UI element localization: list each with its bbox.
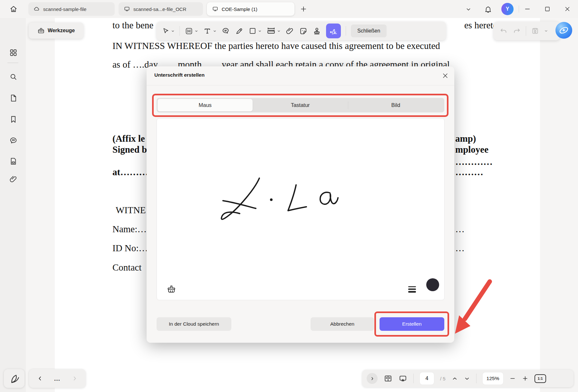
stamp-tool[interactable] [313, 27, 321, 35]
titlebar-dropdown-button[interactable] [465, 6, 472, 13]
sidebar-item-pages[interactable] [6, 91, 20, 105]
screen-file-icon [124, 6, 130, 12]
toolbox-icon [37, 27, 45, 34]
tools-button[interactable]: Werkzeuge [29, 23, 83, 39]
doc-text-fragment: Signed b [112, 144, 147, 155]
sidebar-item-thumbnails[interactable] [6, 154, 20, 168]
statusbar-divider [413, 374, 414, 383]
signature-mode-tabs: Maus Tastatur Bild [157, 98, 444, 112]
select-tool[interactable] [162, 27, 175, 35]
rectangle-icon [248, 27, 257, 35]
view-controls-pill: 4 / 5 125% 1:1 [362, 370, 573, 387]
swatches-icon [8, 373, 20, 384]
sidebar-divider [7, 62, 18, 63]
bell-icon [484, 5, 492, 14]
home-button[interactable] [7, 3, 20, 15]
save-icon[interactable] [531, 27, 539, 35]
tab-label: COE-Sample (1) [222, 6, 257, 12]
doc-text-fragment: amp) [455, 133, 476, 144]
sidebar-item-apps[interactable] [6, 45, 20, 60]
close-icon [564, 5, 571, 13]
doc-text-fragment: ……… [455, 167, 483, 177]
page-total-label: / 5 [440, 376, 446, 381]
tab-tastatur[interactable]: Tastatur [253, 99, 348, 111]
window-close-button[interactable] [564, 5, 571, 13]
doc-text-fragment: WITNE [116, 205, 146, 215]
zoom-out-icon[interactable] [509, 375, 516, 382]
close-toolbar-button[interactable]: Schließen [351, 24, 387, 37]
chevron-down-icon [465, 6, 472, 13]
chevron-down-icon [171, 29, 175, 33]
ai-orbit-icon [558, 24, 570, 36]
signature-icon [329, 26, 338, 36]
doc-text-fragment: Contact [112, 262, 141, 273]
comment-icon [9, 136, 18, 145]
zoom-in-icon[interactable] [522, 375, 528, 382]
signature-tool[interactable] [326, 24, 341, 38]
theme-swatches-button[interactable] [4, 369, 24, 388]
tab-coe-sample[interactable]: COE-Sample (1) [207, 2, 294, 16]
sidebar-item-search[interactable] [6, 70, 20, 84]
tab-bild[interactable]: Bild [348, 99, 443, 111]
actual-size-button[interactable]: 1:1 [535, 374, 546, 383]
new-tab-button[interactable] [300, 5, 307, 13]
bookmark-icon [9, 115, 18, 124]
create-button[interactable]: Erstellen [380, 317, 444, 331]
measure-tool[interactable] [266, 26, 281, 36]
comment-tool[interactable] [221, 27, 230, 35]
text-tool[interactable] [203, 27, 217, 35]
apps-grid-icon [9, 48, 18, 57]
chevron-right-icon[interactable] [72, 375, 78, 382]
signature-canvas[interactable] [157, 118, 445, 300]
cursor-icon [162, 27, 170, 35]
ruler-icon [266, 26, 276, 36]
chevron-down-icon [195, 29, 198, 33]
dialog-close-button[interactable] [441, 71, 450, 80]
maximize-icon [544, 5, 551, 13]
sidebar-item-bookmarks[interactable] [6, 112, 20, 126]
cloud-file-icon [34, 6, 40, 12]
window-minimize-button[interactable] [524, 5, 531, 13]
ai-assistant-button[interactable] [555, 22, 572, 39]
page-number-input[interactable]: 4 [420, 372, 434, 385]
cancel-button[interactable]: Abbrechen [311, 317, 374, 331]
sticker-smile-icon [299, 27, 308, 35]
sticker-tool[interactable] [299, 27, 308, 35]
home-icon [9, 5, 18, 13]
save-to-cloud-button[interactable]: In der Cloud speichern [157, 317, 231, 331]
sidebar-item-attachments[interactable] [6, 172, 20, 186]
notifications-button[interactable] [484, 5, 492, 14]
highlighter-tool[interactable] [235, 27, 244, 35]
tab-maus[interactable]: Maus [158, 99, 253, 111]
more-actions-button[interactable]: … [54, 375, 61, 382]
sidebar-item-comments[interactable] [6, 133, 20, 148]
ink-color-swatch[interactable] [426, 278, 439, 291]
tab-scanned-sample-file[interactable]: scanned-sample-file [28, 2, 115, 16]
chevron-left-icon[interactable] [37, 375, 43, 382]
presentation-mode-icon[interactable] [399, 374, 407, 383]
pen-icon [235, 27, 244, 35]
attachment-tool[interactable] [285, 27, 294, 35]
window-maximize-button[interactable] [544, 5, 551, 13]
two-page-view-icon[interactable] [384, 374, 392, 383]
tools-button-label: Werkzeuge [48, 28, 75, 33]
paperclip-icon [285, 27, 294, 35]
clear-canvas-button[interactable] [165, 283, 178, 296]
shape-tool[interactable] [248, 27, 262, 35]
expand-panel-button[interactable] [367, 373, 378, 384]
stroke-width-button[interactable] [406, 283, 419, 295]
doc-text-fragment: … [455, 224, 465, 234]
chevron-right-icon [370, 376, 375, 381]
undo-icon[interactable] [499, 27, 508, 35]
avatar[interactable]: Y [501, 3, 514, 15]
chevron-down-icon[interactable] [544, 29, 548, 33]
zoom-level-input[interactable]: 125% [483, 372, 503, 385]
doc-text-fragment: at……… [112, 167, 148, 177]
heading-tool[interactable] [185, 27, 198, 35]
tab-scanned-sample-file-ocr[interactable]: scanned-sa...e-file_OCR [119, 2, 203, 16]
page-icon [9, 94, 18, 102]
page-up-icon[interactable] [452, 376, 458, 382]
page-down-icon[interactable] [464, 376, 470, 382]
redo-icon[interactable] [513, 27, 521, 35]
doc-text-fragment: Name:… [112, 224, 147, 234]
